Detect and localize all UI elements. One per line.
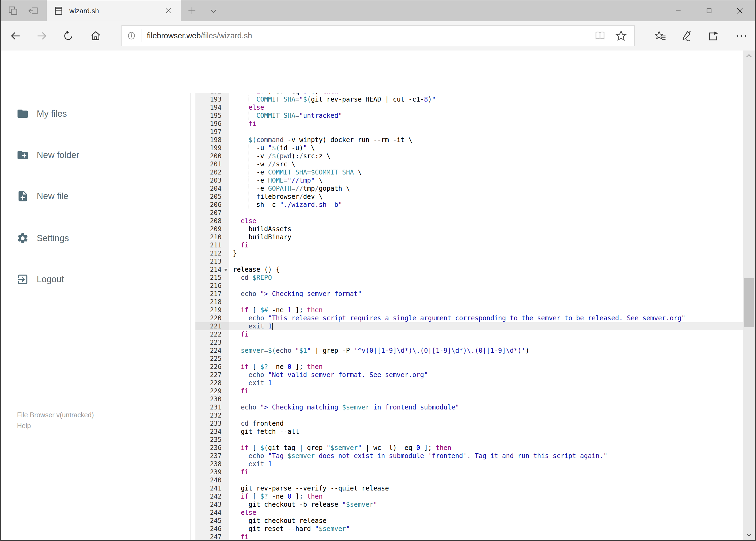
sidebar-item-logout[interactable]: Logout xyxy=(1,266,190,292)
code-line[interactable]: 208 else xyxy=(190,217,744,225)
sidebar-item-label: Logout xyxy=(37,274,64,284)
code-line[interactable]: 231 echo "> Checking matching $semver in… xyxy=(190,403,744,411)
tab-list-chevron-icon[interactable] xyxy=(206,4,220,18)
help-link[interactable]: Help xyxy=(17,422,31,430)
code-line[interactable]: 210 buildBinary xyxy=(190,233,744,241)
line-number: 240 xyxy=(195,476,229,484)
close-icon[interactable] xyxy=(724,0,755,21)
new-tab-icon[interactable] xyxy=(185,4,199,18)
code-text: COMMIT_SHA="untracked" xyxy=(229,112,744,120)
code-line[interactable]: 232 xyxy=(190,411,744,419)
sidebar-item-my-files[interactable]: My files xyxy=(1,101,190,127)
code-line[interactable]: 225 xyxy=(190,355,744,363)
home-icon[interactable] xyxy=(88,28,104,44)
set-tabs-aside-icon[interactable] xyxy=(26,4,41,18)
code-line[interactable]: 196 fi xyxy=(190,120,744,128)
tab-preview-icon[interactable] xyxy=(6,4,20,18)
annotate-pen-icon[interactable] xyxy=(679,28,694,44)
address-bar[interactable]: filebrowser.web/files/wizard.sh xyxy=(122,25,635,46)
hub-icon[interactable] xyxy=(653,28,668,44)
code-line[interactable]: 212} xyxy=(190,249,744,258)
code-line[interactable]: 230 xyxy=(190,395,744,403)
scroll-down-icon[interactable] xyxy=(743,529,755,540)
code-line[interactable]: 201 -w //src \ xyxy=(190,160,744,168)
code-line[interactable]: 206 sh -c "./wizard.sh -b" xyxy=(190,201,744,209)
code-line[interactable]: 207 xyxy=(190,209,744,217)
code-line[interactable]: 229 fi xyxy=(190,387,744,395)
code-line[interactable]: 211 fi xyxy=(190,241,744,249)
code-line[interactable]: 238 exit 1 xyxy=(190,460,744,468)
code-line[interactable]: 216 xyxy=(190,282,744,290)
sidebar-item-settings[interactable]: Settings xyxy=(1,225,190,251)
code-line[interactable]: 214release () { xyxy=(190,266,744,273)
code-line[interactable]: 200 -v /$(pwd):/src:z \ xyxy=(190,152,744,160)
site-info-icon[interactable] xyxy=(122,31,141,40)
gutter-margin xyxy=(190,322,195,330)
close-tab-icon[interactable] xyxy=(162,5,174,17)
code-line[interactable]: 215 cd $REPO xyxy=(190,273,744,282)
code-line[interactable]: 224 semver=$(echo "$1" | grep -P '^v(0|[… xyxy=(190,346,744,355)
fold-toggle-icon[interactable] xyxy=(224,269,228,271)
code-line[interactable]: 220 echo "This release script requires a… xyxy=(190,314,744,322)
code-line[interactable]: 244 else xyxy=(190,509,744,517)
code-line[interactable]: 239 fi xyxy=(190,468,744,476)
code-line[interactable]: 192 if [ $? -eq 0 ]; then xyxy=(190,93,744,95)
browser-tab[interactable]: wizard.sh xyxy=(47,0,181,21)
code-line[interactable]: 197 xyxy=(190,128,744,136)
code-line[interactable]: 223 xyxy=(190,338,744,346)
url-text[interactable]: filebrowser.web/files/wizard.sh xyxy=(147,31,590,40)
code-editor[interactable]: 192 if [ $? -eq 0 ]; then193 COMMIT_SHA=… xyxy=(190,93,744,540)
refresh-icon[interactable] xyxy=(61,28,76,44)
sidebar-item-new-file[interactable]: New file xyxy=(1,183,190,209)
code-line[interactable]: 243 git checkout -b release "$semver" xyxy=(190,500,744,509)
code-line[interactable]: 199 -u "$(id -u)" \ xyxy=(190,144,744,152)
code-line[interactable]: 194 else xyxy=(190,104,744,112)
code-text: fi xyxy=(229,387,744,395)
scroll-up-icon[interactable] xyxy=(743,51,755,61)
code-line[interactable]: 218 xyxy=(190,298,744,306)
forward-icon[interactable] xyxy=(34,28,49,44)
maximize-icon[interactable] xyxy=(694,0,724,21)
favorite-star-icon[interactable] xyxy=(611,26,631,45)
code-line[interactable]: 193 COMMIT_SHA="$(git rev-parse HEAD | c… xyxy=(190,95,744,104)
ellipsis-icon[interactable] xyxy=(734,28,749,44)
code-line[interactable]: 237 echo "Tag $semver does not exist in … xyxy=(190,452,744,460)
code-line[interactable]: 246 git reset --hard "$semver" xyxy=(190,525,744,533)
reading-view-icon[interactable] xyxy=(590,26,611,45)
minimize-icon[interactable] xyxy=(663,0,694,21)
code-line[interactable]: 198 $(command -v winpty) docker run --rm… xyxy=(190,136,744,144)
page-scrollbar[interactable] xyxy=(743,51,755,540)
code-line[interactable]: 227 echo "Not valid semver format. See s… xyxy=(190,371,744,379)
scrollbar-thumb[interactable] xyxy=(744,278,754,327)
back-icon[interactable] xyxy=(8,28,23,44)
code-line[interactable]: 226 if [ $? -ne 0 ]; then xyxy=(190,363,744,371)
code-line[interactable]: 247 fi xyxy=(190,533,744,540)
code-line[interactable]: 195 COMMIT_SHA="untracked" xyxy=(190,112,744,120)
code-line[interactable]: 242 if [ $? -ne 0 ]; then xyxy=(190,492,744,500)
code-line[interactable]: 221 exit 1 xyxy=(190,322,744,330)
gutter-margin xyxy=(190,395,195,403)
code-text xyxy=(229,298,744,306)
code-line[interactable]: 234 git fetch --all xyxy=(190,427,744,436)
code-line[interactable]: 240 xyxy=(190,476,744,484)
gutter-margin xyxy=(190,104,195,112)
code-line[interactable]: 203 -e HOME="//tmp" \ xyxy=(190,176,744,185)
code-line[interactable]: 222 fi xyxy=(190,330,744,338)
code-line[interactable]: 236 if [ $(git tag | grep "$semver" | wc… xyxy=(190,444,744,452)
code-line[interactable]: 228 exit 1 xyxy=(190,379,744,387)
code-line[interactable]: 233 cd frontend xyxy=(190,419,744,427)
code-line[interactable]: 219 if [ $# -ne 1 ]; then xyxy=(190,306,744,314)
code-line[interactable]: 213 xyxy=(190,258,744,266)
sidebar-item-new-folder[interactable]: New folder xyxy=(1,142,190,168)
share-icon[interactable] xyxy=(706,28,721,44)
code-line[interactable]: 235 xyxy=(190,436,744,444)
code-line[interactable]: 217 echo "> Checking semver format" xyxy=(190,290,744,298)
code-line[interactable]: 245 git checkout release xyxy=(190,517,744,525)
code-line[interactable]: 202 -e COMMIT_SHA=$COMMIT_SHA \ xyxy=(190,168,744,176)
code-line[interactable]: 205 filebrowser/dev \ xyxy=(190,193,744,201)
code-line[interactable]: 209 buildAssets xyxy=(190,225,744,233)
sidebar-item-label: My files xyxy=(37,109,67,119)
code-line[interactable]: 204 -e GOPATH=//tmp/gopath \ xyxy=(190,185,744,193)
line-number: 247 xyxy=(195,533,229,540)
code-line[interactable]: 241 git rev-parse --verify --quiet relea… xyxy=(190,484,744,492)
